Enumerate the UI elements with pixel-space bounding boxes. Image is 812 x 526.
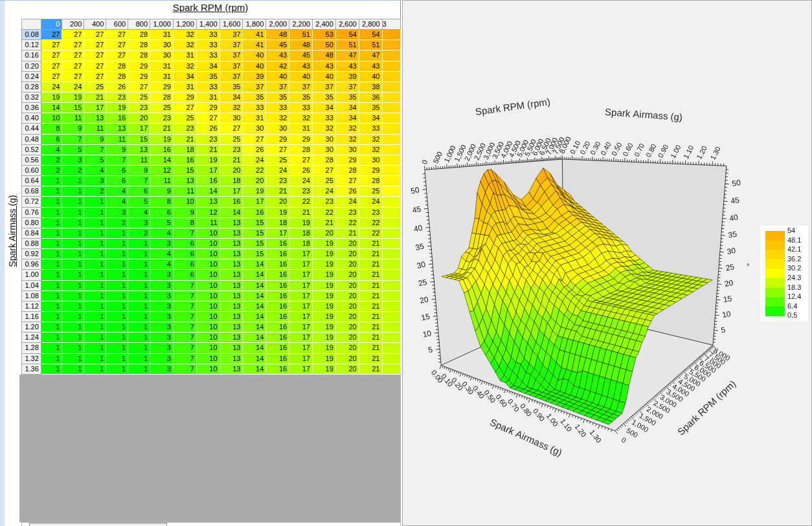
table-cell[interactable]: 35 — [289, 92, 313, 102]
table-cell[interactable]: 9 — [84, 134, 106, 144]
table-cell[interactable]: 1 — [62, 280, 84, 290]
table-cell[interactable]: 1 — [106, 311, 128, 322]
table-cell[interactable]: 1 — [106, 280, 128, 290]
table-cell[interactable]: 22 — [243, 165, 266, 175]
table-cell[interactable]: 7 — [173, 364, 196, 374]
table-cell[interactable]: 14 — [243, 301, 266, 311]
table-cell[interactable]: 10 — [196, 322, 220, 333]
table-cell[interactable]: 20 — [220, 165, 243, 175]
table-cell[interactable]: 1 — [84, 280, 106, 290]
table-cell[interactable]: 5 — [150, 217, 174, 228]
table-cell-clipped[interactable] — [382, 249, 401, 259]
table-cell[interactable]: 21 — [266, 186, 289, 197]
column-header[interactable]: 2,000 — [266, 19, 289, 30]
table-cell[interactable]: 13 — [220, 364, 243, 374]
row-header[interactable]: 0.52 — [22, 144, 41, 155]
table-cell[interactable]: 51 — [289, 30, 313, 40]
table-cell-clipped[interactable] — [382, 238, 401, 248]
row-header[interactable]: 1.32 — [22, 353, 41, 364]
table-cell[interactable]: 16 — [266, 333, 289, 343]
table-cell[interactable]: 27 — [173, 103, 196, 113]
table-cell[interactable]: 9 — [150, 186, 174, 197]
table-cell[interactable]: 14 — [243, 311, 266, 322]
table-cell[interactable]: 24 — [335, 197, 359, 207]
table-cell-clipped[interactable] — [382, 290, 401, 301]
table-cell[interactable]: 3 — [150, 353, 174, 364]
table-scroll-area[interactable]: 02004006008001,0001,2001,4001,6001,8002,… — [21, 19, 401, 375]
table-cell[interactable]: 27 — [312, 165, 335, 175]
table-cell[interactable]: 1 — [41, 290, 62, 301]
table-cell[interactable]: 16 — [266, 364, 289, 374]
table-cell[interactable]: 21 — [359, 353, 382, 364]
table-cell[interactable]: 30 — [312, 144, 335, 155]
table-cell[interactable]: 17 — [243, 197, 266, 207]
table-cell[interactable]: 23 — [220, 144, 243, 155]
table-cell[interactable]: 24 — [243, 155, 266, 165]
table-cell[interactable]: 19 — [312, 259, 335, 270]
table-cell[interactable]: 5 — [62, 144, 84, 155]
table-cell[interactable]: 21 — [84, 92, 106, 102]
table-cell[interactable]: 48 — [289, 40, 313, 50]
table-cell-clipped[interactable] — [382, 61, 401, 71]
row-header[interactable]: 0.92 — [22, 249, 41, 259]
table-cell[interactable]: 33 — [359, 124, 382, 134]
table-cell[interactable]: 13 — [220, 353, 243, 364]
table-cell[interactable]: 21 — [359, 249, 382, 259]
table-cell[interactable]: 9 — [106, 144, 128, 155]
table-cell[interactable]: 1 — [41, 322, 62, 333]
table-cell[interactable]: 2 — [84, 186, 106, 197]
table-cell[interactable]: 19 — [312, 311, 335, 322]
table-cell[interactable]: 1 — [62, 364, 84, 374]
table-cell[interactable]: 27 — [41, 40, 62, 50]
table-cell[interactable]: 20 — [335, 259, 359, 270]
table-cell[interactable]: 13 — [220, 280, 243, 290]
table-cell[interactable]: 1 — [62, 270, 84, 280]
table-cell[interactable]: 21 — [359, 333, 382, 343]
row-header[interactable]: 1.08 — [22, 290, 41, 301]
table-cell[interactable]: 14 — [243, 364, 266, 374]
table-cell[interactable]: 40 — [266, 71, 289, 82]
table-cell[interactable]: 9 — [173, 207, 196, 217]
table-cell[interactable]: 4 — [106, 197, 128, 207]
table-cell[interactable]: 20 — [335, 353, 359, 364]
table-cell[interactable]: 27 — [106, 40, 128, 50]
table-cell[interactable]: 24 — [41, 82, 62, 92]
table-cell[interactable]: 10 — [196, 228, 220, 238]
table-cell[interactable]: 1 — [62, 333, 84, 343]
table-cell-clipped[interactable] — [382, 301, 401, 311]
table-cell[interactable]: 37 — [220, 40, 243, 50]
table-cell[interactable]: 20 — [335, 270, 359, 280]
table-cell[interactable]: 19 — [150, 134, 174, 144]
table-cell[interactable]: 11 — [62, 113, 84, 124]
table-cell[interactable]: 37 — [220, 71, 243, 82]
table-cell[interactable]: 1 — [41, 228, 62, 238]
row-header[interactable]: 0.64 — [22, 176, 41, 186]
row-header[interactable]: 0.24 — [22, 71, 41, 82]
table-cell[interactable]: 30 — [220, 113, 243, 124]
table-cell[interactable]: 22 — [359, 228, 382, 238]
column-header[interactable]: 1,600 — [220, 19, 243, 30]
table-cell[interactable]: 22 — [359, 217, 382, 228]
table-cell[interactable]: 10 — [173, 197, 196, 207]
table-cell[interactable]: 28 — [359, 176, 382, 186]
table-cell[interactable]: 28 — [106, 61, 128, 71]
table-cell[interactable]: 11 — [128, 155, 150, 165]
table-cell[interactable]: 7 — [173, 301, 196, 311]
table-cell[interactable]: 1 — [106, 322, 128, 333]
table-cell[interactable]: 17 — [289, 249, 313, 259]
table-cell[interactable]: 17 — [289, 322, 313, 333]
table-cell[interactable]: 7 — [84, 144, 106, 155]
table-cell[interactable]: 25 — [312, 176, 335, 186]
table-cell[interactable]: 23 — [173, 124, 196, 134]
table-cell[interactable]: 1 — [62, 186, 84, 197]
column-header[interactable]: 2,400 — [312, 19, 335, 30]
table-cell[interactable]: 17 — [289, 301, 313, 311]
column-header[interactable]: 0 — [41, 19, 62, 30]
table-cell[interactable]: 27 — [41, 61, 62, 71]
table-cell[interactable]: 1 — [106, 259, 128, 270]
table-cell-clipped[interactable] — [382, 92, 401, 102]
table-cell[interactable]: 26 — [243, 144, 266, 155]
table-cell[interactable]: 39 — [243, 71, 266, 82]
table-cell[interactable]: 20 — [243, 176, 266, 186]
table-cell[interactable]: 34 — [196, 61, 220, 71]
